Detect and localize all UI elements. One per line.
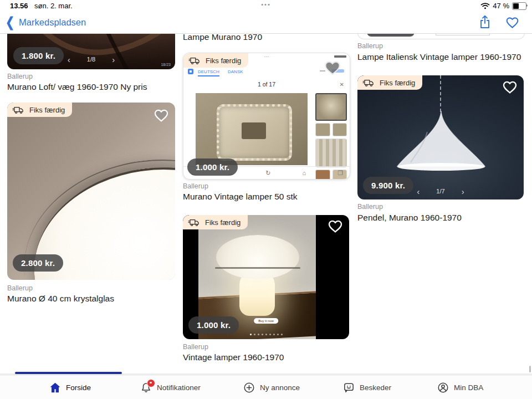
price-pill: 2.800 kr.: [13, 254, 63, 272]
thumbnail[interactable]: [315, 123, 330, 136]
listing-card-image[interactable]: Buy it now Fiks færdig 1.000 kr.: [183, 215, 349, 339]
photo-counter: 1 of 17: [183, 81, 350, 88]
battery-percent: 47 %: [493, 2, 509, 10]
status-bar: 13.56 søn. 2. mar. ••• 47 %: [0, 0, 532, 12]
thumbnail[interactable]: [315, 139, 347, 167]
listing-title[interactable]: Pendel, Murano 1960-1970: [357, 213, 462, 223]
scrollbar[interactable]: [529, 366, 531, 372]
translate-icon: [188, 69, 193, 74]
glass-lamp-photo: [196, 93, 308, 165]
battery-icon: [512, 2, 526, 10]
thumbnail[interactable]: [332, 123, 347, 136]
pendant-cord: [440, 75, 441, 112]
back-label: Markedspladsen: [19, 17, 86, 28]
back-button[interactable]: ❮ Markedspladsen: [4, 16, 86, 29]
close-icon[interactable]: ✕: [340, 81, 344, 88]
multitask-dots-icon: •••: [0, 1, 532, 8]
home-icon: [49, 381, 62, 394]
active-tab-indicator: [15, 372, 122, 374]
badge-label: Fiks færdig: [206, 57, 241, 65]
tab-notifikationer[interactable]: Notifikationer: [140, 375, 201, 399]
tab-label: Forside: [66, 383, 91, 392]
favorites-heart-icon[interactable]: [505, 16, 520, 29]
listing-card-image[interactable]: ⋯ DEUTSCH DANSK 1 of 17 ✕ ← → ↻ ⌂ ❐: [183, 53, 350, 180]
carousel-next-icon[interactable]: ›: [462, 188, 464, 195]
pendant-shade: [394, 110, 488, 172]
favorite-heart-icon[interactable]: [323, 59, 342, 76]
price-pill: 1.000 kr.: [188, 316, 239, 334]
back-chevron-icon: ❮: [6, 16, 14, 29]
share-icon[interactable]: [478, 14, 492, 30]
carousel-page-indicator: 1/7: [436, 188, 444, 195]
bell-icon: [140, 381, 152, 394]
browser-reload-icon[interactable]: ↻: [265, 170, 270, 177]
carousel-prev-icon[interactable]: ‹: [68, 57, 70, 63]
tab-label: Notifikationer: [157, 383, 201, 392]
listing-location: Ballerup: [183, 182, 208, 190]
plus-circle-icon: [243, 381, 255, 394]
profile-icon: [437, 381, 449, 394]
tab-bar: Forside Notifikationer Ny annonce Besked…: [0, 375, 532, 399]
fiks-faerdig-badge: Fiks færdig: [357, 75, 422, 90]
truck-icon: [188, 218, 201, 227]
listing-location: Ballerup: [183, 343, 208, 351]
listing-card-image[interactable]: Fiks færdig 9.900 kr. ‹ 1/7 ›: [357, 75, 524, 200]
listing-card-image[interactable]: 1.800 kr. ‹ 1/8 › 18/23: [7, 33, 175, 69]
truck-icon: [188, 56, 202, 65]
listing-title[interactable]: Murano Loft/ væg 1960-1970 Ny pris: [7, 82, 147, 92]
wifi-icon: [480, 2, 490, 9]
carousel-prev-icon[interactable]: ‹: [417, 188, 420, 195]
photo-count: 18/23: [161, 63, 171, 66]
tab-forside[interactable]: Forside: [49, 375, 91, 399]
tab-label: Ny annonce: [260, 383, 300, 392]
nav-bar: ❮ Markedspladsen: [0, 12, 532, 34]
truck-icon: [362, 78, 376, 87]
tab-ny-annonce[interactable]: Ny annonce: [243, 375, 300, 399]
listing-title[interactable]: Murano Ø 40 cm krystalglas: [7, 294, 114, 304]
listing-title[interactable]: Vintage lamper 1960-1970: [183, 352, 284, 362]
listing-location: Ballerup: [7, 284, 33, 292]
listing-title[interactable]: Murano Vintage lamper 50 stk: [183, 192, 298, 202]
lang-tab-deutsch[interactable]: DEUTSCH: [198, 69, 219, 76]
carousel-page-indicator: 1/8: [87, 56, 95, 63]
favorite-heart-icon[interactable]: [153, 108, 170, 122]
badge-label: Fiks færdig: [205, 218, 241, 227]
listing-location: Ballerup: [357, 42, 383, 50]
favorite-heart-icon[interactable]: [327, 218, 344, 233]
notification-badge: [147, 379, 155, 387]
badge-label: Fiks færdig: [380, 79, 415, 87]
lang-tab-dansk[interactable]: DANSK: [228, 69, 243, 74]
listing-location: Ballerup: [7, 73, 33, 80]
fiks-faerdig-badge: Fiks færdig: [183, 53, 248, 68]
tab-label: Beskeder: [360, 383, 391, 392]
chat-smiley-icon: [342, 381, 355, 394]
tab-beskeder[interactable]: Beskeder: [342, 375, 391, 399]
tab-min-dba[interactable]: Min DBA: [437, 375, 483, 399]
inner-status-mark: [334, 55, 346, 58]
favorite-heart-icon[interactable]: [502, 79, 518, 94]
listing-card-image[interactable]: Fiks færdig 2.800 kr.: [7, 103, 175, 280]
price-pill: 1.000 kr.: [187, 158, 238, 176]
thumbnail-selected[interactable]: [315, 93, 347, 121]
badge-label: Fiks færdig: [29, 106, 65, 114]
fiks-faerdig-badge: Fiks færdig: [7, 103, 72, 117]
listing-location: Ballerup: [357, 203, 383, 211]
truck-icon: [12, 105, 25, 114]
carousel-next-icon[interactable]: ›: [112, 57, 115, 63]
buy-it-now-pill: Buy it now: [254, 318, 278, 324]
tab-label: Min DBA: [454, 383, 483, 392]
translate-bar: DEUTSCH DANSK: [188, 68, 345, 76]
browser-tabs-icon[interactable]: ❐: [337, 170, 343, 177]
carousel-dots: [183, 334, 349, 335]
dba-marketplace-screen: 13.56 søn. 2. mar. ••• 47 % ❮ Markedspla…: [0, 0, 532, 399]
listing-title[interactable]: Lampe Italiensk Vintage lamper 1960-1970: [357, 52, 521, 62]
fiks-faerdig-badge: Fiks færdig: [183, 215, 248, 229]
browser-home-icon[interactable]: ⌂: [302, 170, 306, 176]
